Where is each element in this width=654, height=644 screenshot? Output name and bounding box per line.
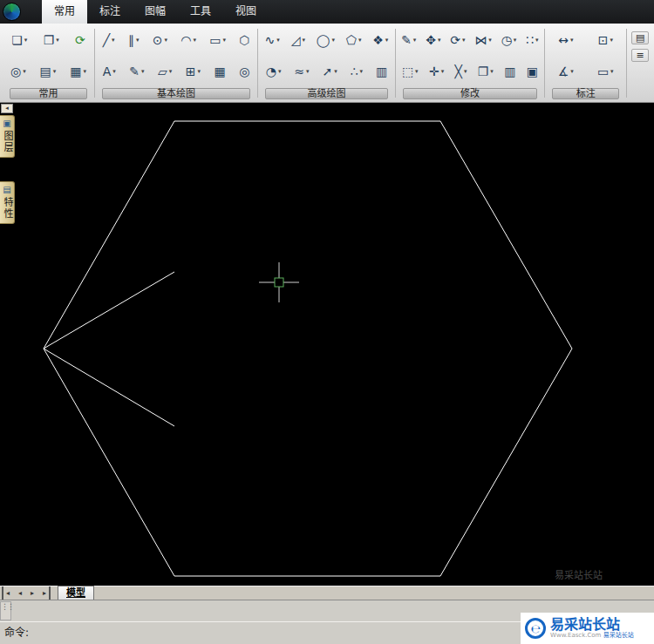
array-button[interactable]: ∷ xyxy=(522,31,542,50)
table-button[interactable]: ⊞ xyxy=(182,62,204,81)
zoom-icon: ◎ xyxy=(10,65,21,78)
block-button[interactable]: ❖ xyxy=(369,31,392,50)
wave-button[interactable]: ≈ xyxy=(290,62,312,81)
refresh-button[interactable]: ⟳ xyxy=(72,31,89,50)
properties-icon: ▤ xyxy=(3,186,10,194)
next-sheet-button[interactable]: ▸ xyxy=(26,586,38,600)
polygon-button[interactable]: ⬡ xyxy=(235,31,253,50)
break-button[interactable]: ╳ xyxy=(452,62,471,81)
spline-button[interactable]: ∿ xyxy=(262,31,283,50)
ribbon-group-label-basic-draw[interactable]: 基本绘图 xyxy=(102,88,250,99)
leader-icon: ➚ xyxy=(323,65,333,78)
leader-dim-button[interactable]: ⊡ xyxy=(595,31,617,50)
circle-button[interactable]: ⊙ xyxy=(149,31,171,50)
line-button[interactable]: ╱ xyxy=(99,31,119,50)
ribbon-group-advanced-draw: ∿ ◿ ◯ ⬠ ❖ ◔ ≈ ➚ ∴ ▥ 高级绘图 xyxy=(259,24,394,102)
text-button[interactable]: A xyxy=(99,62,119,81)
array-icon: ∷ xyxy=(526,34,534,46)
linear-dim-button[interactable]: ↔ xyxy=(555,31,576,50)
angular-dim-button[interactable]: ∡ xyxy=(555,62,577,81)
workspace: 易采站长站 ◂ ▣ 图层 ▤ 特性 xyxy=(0,103,654,586)
watermark-text: 易采站长站 Www.Easck.Com 易采站长站 xyxy=(550,617,634,639)
autohide-pin-icon[interactable]: ◂ xyxy=(1,104,13,113)
text-dim-button[interactable]: ▭ xyxy=(594,62,617,81)
move-icon: ✥ xyxy=(426,34,436,46)
upper-line[interactable] xyxy=(44,272,174,349)
fillet-icon: ▥ xyxy=(504,65,515,78)
menu-tab-common[interactable]: 常用 xyxy=(42,0,87,24)
menu-overflow-button[interactable]: ≡ xyxy=(631,49,648,62)
ellipse-button[interactable]: ◯ xyxy=(313,31,338,50)
hexagon-shape[interactable] xyxy=(44,121,572,576)
menu-tab-tools[interactable]: 工具 xyxy=(178,0,223,24)
ribbon-group-label-dimension[interactable]: 标注 xyxy=(552,88,619,99)
points-button[interactable]: ∴ xyxy=(347,62,366,81)
region-button[interactable]: ▥ xyxy=(372,62,391,81)
arc-button[interactable]: ◠ xyxy=(177,31,200,50)
erase-button[interactable]: ✎ xyxy=(398,31,419,50)
menu-tab-drawing-frame[interactable]: 图幅 xyxy=(133,0,178,24)
model-tab[interactable]: 模型 xyxy=(58,586,94,600)
watermark-suffix: 易采站长站 xyxy=(603,632,634,639)
ribbon-group-label-modify[interactable]: 修改 xyxy=(403,88,537,99)
menu-tab-view[interactable]: 视图 xyxy=(223,0,269,24)
lower-line[interactable] xyxy=(44,349,174,426)
grid-button[interactable]: ▦ xyxy=(66,62,90,81)
sheet-button[interactable]: ▤ xyxy=(37,62,60,81)
stretch-button[interactable]: ⬚ xyxy=(399,62,422,81)
explode-button[interactable]: ▣ xyxy=(523,62,542,81)
parallel-button[interactable]: ∥ xyxy=(125,31,143,50)
mirror-button[interactable]: ⋈ xyxy=(471,31,495,50)
circle-icon: ⊙ xyxy=(153,34,163,46)
copy-button[interactable]: ❐ xyxy=(40,31,63,50)
leader-button[interactable]: ➚ xyxy=(319,62,341,81)
arc-icon: ◠ xyxy=(181,34,191,46)
rotate-button[interactable]: ⟳ xyxy=(446,31,468,50)
easck-logo-icon: ℮ xyxy=(525,618,546,639)
mirror-icon: ⋈ xyxy=(474,34,487,46)
last-sheet-button[interactable]: ▸ xyxy=(38,586,51,600)
rectangle-button[interactable]: ▭ xyxy=(206,31,229,50)
ribbon-group-label-common[interactable]: 常用 xyxy=(10,88,87,99)
extend-button[interactable]: ✛ xyxy=(426,62,447,81)
drawing-canvas[interactable]: 易采站长站 xyxy=(0,103,654,586)
panel-toggle-button[interactable]: ▤ xyxy=(631,31,649,44)
ribbon-group-label-advanced-draw[interactable]: 高级绘图 xyxy=(265,88,388,99)
menu-tab-annotate[interactable]: 标注 xyxy=(87,0,133,24)
prev-sheet-button[interactable]: ◂ xyxy=(14,586,26,600)
sketch-button[interactable]: ✎ xyxy=(126,62,147,81)
triangle-button[interactable]: ◿ xyxy=(288,31,309,50)
sidebar-tab-layers-label: 图层 xyxy=(0,131,14,153)
command-prompt[interactable]: 命令: xyxy=(4,624,29,639)
rectangle-icon: ▭ xyxy=(209,34,221,46)
triangle-icon: ◿ xyxy=(291,34,301,46)
app-logo-icon[interactable] xyxy=(3,3,21,21)
linear-dim-icon: ↔ xyxy=(558,34,569,46)
duplicate-button[interactable]: ❐ xyxy=(474,62,497,81)
sidebar-tab-layers[interactable]: ▣ 图层 xyxy=(0,115,15,158)
grip-icon[interactable] xyxy=(0,601,11,620)
pie-button[interactable]: ◔ xyxy=(262,62,285,81)
ribbon-group-modify: ✎ ✥ ⟳ ⋈ ◷ ∷ ⬚ ✛ ╳ ❐ ▥ ▣ 修改 xyxy=(397,24,543,102)
menu-bar: 常用 标注 图幅 工具 视图 xyxy=(0,0,654,24)
pentagon-button[interactable]: ⬠ xyxy=(343,31,365,50)
region-icon: ▥ xyxy=(376,65,387,78)
wave-icon: ≈ xyxy=(294,65,304,78)
command-window[interactable]: 命令: ℮ 易采站长站 Www.Easck.Com 易采站长站 xyxy=(0,600,654,644)
paste-button[interactable]: ❏ xyxy=(8,31,31,50)
panel-icon: ▤ xyxy=(636,33,644,43)
zoom-button[interactable]: ◎ xyxy=(7,62,30,81)
sidebar-tab-properties[interactable]: ▤ 特性 xyxy=(0,181,15,224)
donut-icon: ◎ xyxy=(239,65,249,78)
fillet-button[interactable]: ▥ xyxy=(501,62,519,81)
first-sheet-button[interactable]: ◂ xyxy=(2,586,14,600)
hatch-button[interactable]: ▦ xyxy=(211,62,229,81)
group-divider xyxy=(395,29,396,98)
canvas-watermark: 易采站长站 xyxy=(555,569,603,581)
move-button[interactable]: ✥ xyxy=(422,31,444,50)
menu-tabs: 常用 标注 图幅 工具 视图 xyxy=(42,0,269,24)
parallelogram-button[interactable]: ▱ xyxy=(154,62,175,81)
group-divider xyxy=(626,29,627,98)
donut-button[interactable]: ◎ xyxy=(235,62,253,81)
offset-button[interactable]: ◷ xyxy=(498,31,521,50)
